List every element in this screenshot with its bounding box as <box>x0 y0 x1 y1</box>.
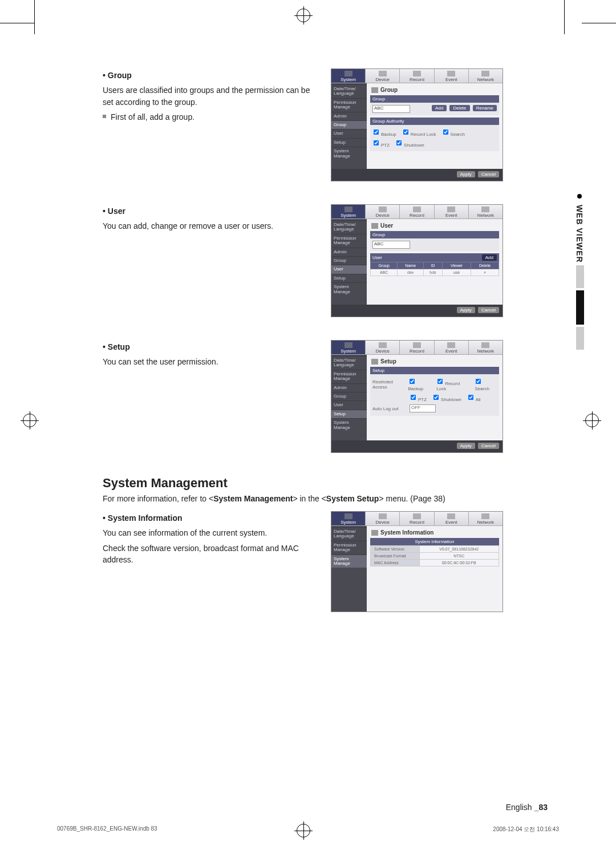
tab-device[interactable]: Device <box>366 69 400 83</box>
sidebar-item-sysmanage[interactable]: System Manage <box>331 554 367 568</box>
tab-network[interactable]: Network <box>469 69 502 83</box>
chk-shutdown[interactable]: Shutdown <box>395 139 424 148</box>
tab-label: Record <box>410 213 424 218</box>
chk-backup[interactable]: Backup <box>372 128 396 137</box>
apply-button[interactable]: Apply <box>457 307 475 313</box>
tab-device[interactable]: Device <box>366 205 400 218</box>
sidebar-item-sysmanage[interactable]: System Manage <box>331 147 367 160</box>
cancel-button[interactable]: Cancel <box>478 307 499 313</box>
registration-mark-icon <box>23 414 37 427</box>
tab-record[interactable]: Record <box>400 512 434 525</box>
tab-label: System <box>341 520 356 525</box>
sidebar-item-admin[interactable]: Admin <box>331 112 367 120</box>
record-icon <box>413 207 421 212</box>
group-select[interactable]: ABC <box>372 105 410 113</box>
sidebar-item-setup[interactable]: Setup <box>331 138 367 147</box>
sidebar-item-permission[interactable]: Permission Manage <box>331 98 367 112</box>
apply-button[interactable]: Apply <box>457 443 475 449</box>
table-row: Software VersionV0.07_081108232842 <box>371 546 499 553</box>
col-viewer: Viewer <box>442 262 471 269</box>
sidebar-item-group[interactable]: Group <box>331 392 367 400</box>
chk-ptz[interactable]: PTZ <box>410 394 427 402</box>
chk-search[interactable]: Search <box>475 378 497 391</box>
autologout-select[interactable]: OFF <box>410 404 436 412</box>
tab-label: Network <box>477 213 494 218</box>
chk-search[interactable]: Search <box>442 128 465 137</box>
tab-system[interactable]: System <box>331 69 366 83</box>
crop-mark <box>0 23 34 23</box>
sidebar-item-datetime[interactable]: Date/Time/ Language <box>331 220 367 234</box>
print-info-file: 00769B_SHR-8162_ENG-NEW.indb 83 <box>57 825 157 833</box>
text-group-desc: Users are classified into groups and the… <box>103 84 314 108</box>
tab-device[interactable]: Device <box>366 341 400 354</box>
sidebar-item-datetime[interactable]: Date/Time/ Language <box>331 84 367 98</box>
table-row: ABC dev bds use × <box>371 269 499 276</box>
tab-event[interactable]: Event <box>435 69 469 83</box>
sidebar-item-setup[interactable]: Setup <box>331 274 367 282</box>
chk-label: PTZ <box>418 397 427 402</box>
sidebar-item-user[interactable]: User <box>331 265 367 273</box>
chk-label: Search <box>451 132 465 137</box>
screenshot-setup: System Device Record Event Network Date/… <box>331 340 503 453</box>
tab-record[interactable]: Record <box>400 205 434 218</box>
sidebar-item-group[interactable]: Group <box>331 120 367 129</box>
apply-button[interactable]: Apply <box>457 171 475 177</box>
tab-device[interactable]: Device <box>366 512 400 525</box>
sidebar-item-user[interactable]: User <box>331 129 367 137</box>
chk-backup[interactable]: Backup <box>408 378 431 391</box>
sidebar-item-group[interactable]: Group <box>331 256 367 265</box>
sidebar-item-admin[interactable]: Admin <box>331 383 367 392</box>
panel-header-group: Group <box>370 231 499 238</box>
chk-ptz[interactable]: PTZ <box>372 139 390 148</box>
txt-bold: System Setup <box>326 494 379 503</box>
add-button[interactable]: Add <box>482 254 497 261</box>
side-tab-label: WEB VIEWER <box>575 205 584 263</box>
rename-button[interactable]: Rename <box>473 105 497 111</box>
cancel-button[interactable]: Cancel <box>478 171 499 177</box>
sidebar-item-sysmanage[interactable]: System Manage <box>331 418 367 432</box>
tab-system[interactable]: System <box>331 512 366 525</box>
tab-network[interactable]: Network <box>469 341 502 354</box>
tab-record[interactable]: Record <box>400 341 434 354</box>
tab-label: Device <box>376 213 390 218</box>
cell-value: NTSC <box>419 553 499 560</box>
label-restricted: Restricted Access <box>372 379 403 390</box>
tab-network[interactable]: Network <box>469 512 502 525</box>
add-button[interactable]: Add <box>432 105 447 111</box>
tab-system[interactable]: System <box>331 341 366 354</box>
tab-label: Record <box>410 520 424 525</box>
sidebar-item-datetime[interactable]: Date/Time/ Language <box>331 527 367 541</box>
sidebar-item-permission[interactable]: Permission Manage <box>331 541 367 554</box>
sidebar-item-datetime[interactable]: Date/Time/ Language <box>331 356 367 370</box>
event-icon <box>447 513 455 519</box>
panel-title: Group <box>371 87 499 93</box>
tab-record[interactable]: Record <box>400 69 434 83</box>
chk-all[interactable]: All <box>467 394 481 402</box>
table-row: MAC Address00:0C:8C:00:32:FB <box>371 560 499 566</box>
delete-button[interactable]: Delete <box>449 105 469 111</box>
screenshot-sysinfo: System Device Record Event Network Date/… <box>331 511 503 612</box>
text-sysmgmt-sub: For more information, refer to <System M… <box>103 494 525 503</box>
group-select[interactable]: ABC <box>372 241 410 249</box>
sidebar-item-permission[interactable]: Permission Manage <box>331 370 367 383</box>
sidebar-item-sysmanage[interactable]: System Manage <box>331 282 367 296</box>
sidebar-item-user[interactable]: User <box>331 400 367 409</box>
tab-event[interactable]: Event <box>435 512 469 525</box>
chk-recordlock[interactable]: Record Lock <box>402 128 436 137</box>
tab-event[interactable]: Event <box>435 205 469 218</box>
footer-page: _83 <box>534 803 548 812</box>
tab-event[interactable]: Event <box>435 341 469 354</box>
cell-delete[interactable]: × <box>471 269 499 276</box>
chk-shutdown[interactable]: Shutdown <box>432 394 461 402</box>
tab-system[interactable]: System <box>331 205 366 218</box>
sidebar-item-permission[interactable]: Permission Manage <box>331 234 367 248</box>
user-table: Group Name ID Viewer Delete ABC dev bds … <box>370 262 499 276</box>
sidebar-item-setup[interactable]: Setup <box>331 410 367 418</box>
sidebar-item-admin[interactable]: Admin <box>331 248 367 256</box>
tab-label: Network <box>477 520 494 525</box>
panel-header-user: User Add <box>370 253 499 262</box>
txt-bold: System Management <box>213 494 293 503</box>
chk-recordlock[interactable]: Record Lock <box>436 378 469 391</box>
tab-network[interactable]: Network <box>469 205 502 218</box>
cancel-button[interactable]: Cancel <box>478 443 499 449</box>
